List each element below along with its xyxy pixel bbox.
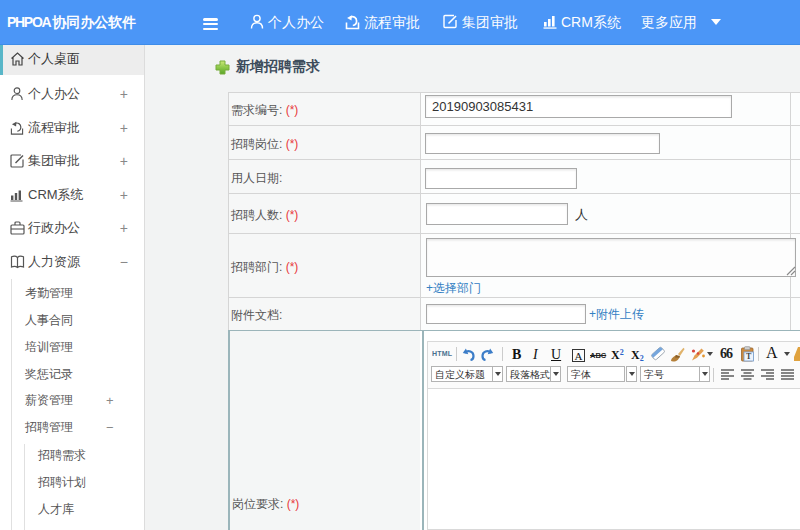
svg-text:T: T (746, 352, 752, 361)
